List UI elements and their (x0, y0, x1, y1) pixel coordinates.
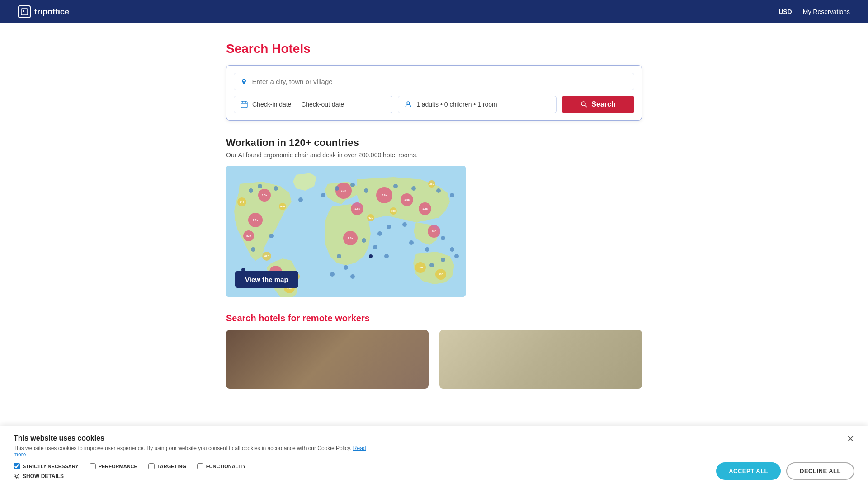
svg-point-68 (425, 247, 429, 252)
guests-value: 1 adults • 0 children • 1 room (416, 101, 497, 108)
svg-point-62 (387, 225, 391, 229)
svg-point-75 (298, 197, 303, 202)
title-colored: Hotels (272, 42, 311, 56)
svg-point-54 (350, 183, 355, 187)
view-map-button[interactable]: View the map (235, 271, 298, 288)
svg-text:2.1k: 2.1k (253, 219, 258, 221)
search-row: Check-in date — Check-out date 1 adults … (234, 96, 634, 113)
svg-point-65 (373, 245, 377, 249)
svg-point-77 (249, 188, 253, 193)
svg-point-57 (393, 184, 398, 188)
svg-point-55 (321, 193, 326, 197)
svg-point-60 (450, 193, 454, 197)
svg-text:420: 420 (368, 216, 373, 219)
my-reservations-link[interactable]: My Reservations (803, 8, 850, 15)
remote-title-plain: Search hotels for (226, 313, 302, 323)
date-picker[interactable]: Check-in date — Check-out date (234, 96, 392, 113)
location-input[interactable] (252, 78, 627, 85)
calendar-icon (241, 101, 248, 108)
svg-text:3.2k: 3.2k (341, 189, 346, 192)
svg-point-58 (411, 186, 416, 191)
svg-rect-1 (23, 10, 24, 12)
svg-point-70 (450, 247, 454, 252)
logo-text: tripoffice (34, 7, 69, 17)
search-button[interactable]: Search (562, 96, 634, 113)
svg-point-67 (409, 240, 414, 245)
hotel-image-2 (439, 330, 642, 389)
svg-text:680: 680 (439, 273, 443, 276)
svg-point-76 (258, 184, 262, 188)
search-box: Check-in date — Check-out date 1 adults … (226, 65, 642, 121)
svg-text:480: 480 (280, 205, 285, 208)
currency-selector[interactable]: USD (778, 8, 792, 15)
svg-text:750: 750 (418, 266, 423, 269)
svg-rect-2 (241, 102, 247, 108)
workation-subtitle: Our AI found ergonomic chair and desk in… (226, 151, 642, 159)
svg-point-64 (362, 238, 366, 243)
hotel-card-1[interactable] (226, 330, 429, 389)
svg-point-7 (581, 102, 585, 106)
hotel-card-2[interactable] (439, 330, 642, 389)
hotel-image-1 (226, 330, 429, 389)
logo-icon (18, 5, 31, 18)
search-icon (580, 101, 588, 108)
svg-line-8 (585, 105, 587, 107)
svg-point-53 (335, 186, 339, 191)
svg-point-73 (330, 272, 335, 277)
remote-workers-title: Search hotels for remote workers (226, 313, 642, 324)
svg-point-69 (441, 236, 445, 240)
svg-point-6 (407, 102, 410, 104)
svg-text:380: 380 (391, 210, 396, 212)
svg-text:2.9k: 2.9k (382, 194, 387, 197)
svg-text:740: 740 (240, 201, 245, 203)
main-content: Search Hotels Check-in date — Check-out … (217, 23, 651, 407)
remote-title-colored: remote workers (302, 313, 370, 323)
world-map[interactable]: 1.5k 2.1k 820 1.2k 3.2k 1.8k 2.9k 1.5k 1… (226, 166, 466, 297)
svg-text:1.3k: 1.3k (422, 207, 428, 210)
svg-point-83 (454, 254, 459, 258)
svg-text:1.8k: 1.8k (354, 207, 360, 210)
svg-text:1.5k: 1.5k (404, 198, 410, 201)
svg-text:1.5k: 1.5k (262, 194, 267, 197)
guests-icon (405, 101, 412, 108)
svg-point-78 (274, 186, 278, 191)
svg-point-85 (369, 254, 373, 258)
page-title: Search Hotels (226, 42, 642, 56)
svg-point-80 (251, 247, 255, 252)
svg-point-82 (441, 258, 445, 262)
hotel-cards (226, 330, 642, 389)
site-header: tripoffice USD My Reservations (0, 0, 868, 23)
search-button-label: Search (591, 100, 615, 108)
svg-point-79 (269, 234, 274, 238)
svg-text:350: 350 (429, 183, 434, 185)
svg-text:2.0k: 2.0k (348, 237, 353, 239)
svg-point-63 (377, 231, 382, 236)
svg-point-66 (384, 254, 389, 258)
header-nav: USD My Reservations (778, 8, 850, 15)
svg-point-56 (364, 188, 368, 193)
svg-point-59 (436, 188, 441, 193)
svg-text:620: 620 (264, 255, 269, 258)
location-icon (241, 78, 248, 85)
svg-point-71 (337, 254, 341, 258)
svg-text:820: 820 (246, 235, 251, 237)
svg-text:980: 980 (432, 230, 437, 233)
logo[interactable]: tripoffice (18, 5, 69, 18)
svg-point-81 (429, 263, 434, 267)
svg-point-61 (402, 222, 407, 227)
title-plain: Search (226, 42, 272, 56)
location-field[interactable] (234, 73, 634, 90)
date-placeholder: Check-in date — Check-out date (252, 101, 344, 108)
svg-point-74 (350, 274, 355, 279)
workation-title: Workation in 120+ countries (226, 137, 642, 149)
svg-point-72 (344, 265, 348, 270)
guests-picker[interactable]: 1 adults • 0 children • 1 room (398, 96, 557, 113)
